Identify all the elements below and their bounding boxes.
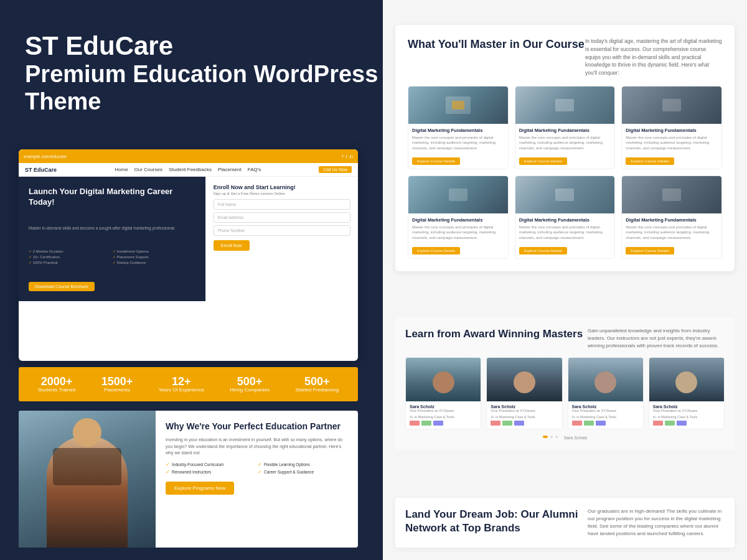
hero-right: Enroll Now and Start Learning! Sign up &…	[205, 177, 358, 301]
browser-mockup: example.com/educare f t in ST EduCare Ho…	[19, 149, 358, 361]
course-btn-1[interactable]: Explore Course Details	[412, 157, 460, 165]
master-info-2: Sara Scholz Vice President at XYZware 4+…	[487, 401, 561, 429]
feat-3: 15+ Certification	[29, 254, 111, 259]
stat-placements-label: Placements	[101, 387, 133, 393]
master-role-4: Vice President at XYZware	[653, 409, 720, 413]
stat-companies-num: 500+	[230, 376, 270, 387]
course-info-5: Digital Marketing Fundamentals Master th…	[515, 213, 615, 258]
enroll-btn[interactable]: Enroll Now	[214, 240, 250, 251]
stat-students: 2000+ Students Trained	[38, 376, 75, 393]
course-text-6: Master the core concepts and principles …	[626, 225, 718, 240]
course-thumb-1	[408, 86, 508, 124]
hero-desc: Master in-demand skills and become a sou…	[29, 225, 195, 231]
stat-students-num: 2000+	[38, 376, 75, 387]
logo-4-other	[677, 421, 687, 426]
nav-call-btn[interactable]: Call Us Now	[319, 166, 352, 173]
master-role-2: Vice President at XYZware	[491, 409, 558, 413]
course-btn-6[interactable]: Explore Course Details	[626, 247, 674, 254]
stat-experience-num: 12+	[159, 376, 204, 387]
course-thumb-6	[622, 176, 721, 213]
alumni-section: Land Your Dream Job: Our Alumni Network …	[395, 498, 735, 548]
masters-title: Learn from Award Winning Masters	[405, 327, 583, 350]
address-text: example.com/educare	[24, 154, 67, 159]
browser-hero: Launch Your Digital Marketing Career Tod…	[19, 177, 358, 301]
course-btn-2[interactable]: Explore Course Details	[519, 157, 567, 165]
carousel-dots: Sara Scholz	[405, 436, 725, 440]
course-name-2: Digital Marketing Fundamentals	[519, 128, 611, 133]
nav-links: Home Our Courses Student Feedbacks Place…	[115, 167, 261, 172]
person-image	[19, 411, 156, 548]
dot-active[interactable]	[543, 436, 548, 438]
logo-4-adobe	[653, 421, 663, 426]
download-btn[interactable]: Download Course Brochure	[29, 282, 95, 291]
thumb-inner-1	[408, 86, 508, 124]
master-photo-2	[487, 358, 561, 401]
master-card-1: Sara Scholz Vice President at XYZware 4+…	[405, 357, 481, 429]
course-btn-4[interactable]: Explore Course Details	[412, 247, 460, 254]
masters-desc: Gain unparalleled knowledge and insights…	[588, 327, 725, 350]
hero-features: 2 Months Duration Installment Options 15…	[29, 249, 195, 264]
master-photo-3	[568, 358, 643, 401]
stat-companies: 500+ Hiring Companies	[230, 376, 270, 393]
stat-students-label: Students Trained	[38, 387, 75, 393]
fullname-field[interactable]: Full Name	[214, 199, 350, 210]
nav-faq[interactable]: FAQ's	[248, 167, 261, 172]
why-title: Why We're Your Perfect Education Partner	[166, 421, 348, 432]
course-info-2: Digital Marketing Fundamentals Master th…	[515, 124, 615, 169]
nav-home[interactable]: Home	[115, 167, 128, 172]
dot-3[interactable]	[555, 436, 558, 438]
feat-4: Placement Support	[113, 254, 195, 259]
course-name-4: Digital Marketing Fundamentals	[412, 217, 504, 223]
course-thumb-4	[408, 176, 508, 213]
course-text-2: Master the core concepts and principles …	[519, 135, 611, 151]
alumni-desc: Our graduates are in high-demand! The sk…	[588, 508, 725, 538]
course-card-2: Digital Marketing Fundamentals Master th…	[515, 86, 616, 169]
form-title: Enroll Now and Start Learning!	[214, 184, 350, 190]
logo-3-other	[596, 421, 606, 426]
why-features: Industry-Focused Curriculum Flexible Lea…	[166, 462, 348, 475]
nav-feedback[interactable]: Student Feedbacks	[169, 167, 212, 172]
course-card-4: Digital Marketing Fundamentals Master th…	[408, 175, 509, 259]
alumni-title: Land Your Dream Job: Our Alumni Network …	[405, 508, 588, 538]
course-info-1: Digital Marketing Fundamentals Master th…	[408, 124, 508, 169]
why-feat-2: Flexible Learning Options	[258, 462, 348, 467]
email-field[interactable]: Email Address	[214, 212, 350, 223]
feat-6: Startup Guidance	[113, 260, 195, 264]
phone-field[interactable]: Phone Number	[214, 225, 350, 236]
master-name-1: Sara Scholz	[410, 404, 477, 409]
course-card-1: Digital Marketing Fundamentals Master th…	[408, 86, 509, 169]
master-info-3: Sara Scholz Vice President at XYZware 4+…	[568, 401, 643, 429]
master-logos-4	[653, 421, 720, 426]
course-btn-5[interactable]: Explore Course Details	[519, 247, 567, 254]
stat-placements: 1500+ Placements	[101, 376, 133, 393]
course-section-desc: In today's digital age, mastering the ar…	[585, 37, 722, 77]
nav-placement[interactable]: Placement	[218, 167, 242, 172]
course-section-header: What You'll Master in Our Course In toda…	[408, 37, 722, 77]
master-name-4: Sara Scholz	[653, 404, 720, 409]
course-btn-3[interactable]: Explore Course Details	[626, 157, 674, 165]
stats-bar: 2000+ Students Trained 1500+ Placements …	[19, 367, 358, 401]
thumb-inner-5	[515, 176, 615, 213]
why-image	[19, 411, 156, 548]
logo-adobe	[410, 421, 420, 426]
masters-grid: Sara Scholz Vice President at XYZware 4+…	[405, 357, 725, 429]
social-icon-2: t	[346, 154, 347, 159]
why-feat-3: Renowned Instructors	[166, 469, 256, 475]
stat-companies-label: Hiring Companies	[230, 387, 270, 393]
left-panel: ST EduCare Premium Education WordPress T…	[0, 0, 380, 560]
main-title: ST EduCare	[25, 31, 380, 61]
why-feat-1: Industry-Focused Curriculum	[166, 462, 256, 467]
dot-label: Sara Scholz	[564, 436, 588, 440]
hero-title-area: ST EduCare Premium Education WordPress T…	[25, 31, 380, 116]
course-thumb-3	[622, 86, 721, 124]
dot-2[interactable]	[550, 436, 553, 438]
explore-btn[interactable]: Explore Programs Now	[166, 482, 234, 495]
nav-courses[interactable]: Our Courses	[134, 167, 162, 172]
thumb-inner-2	[515, 86, 615, 124]
course-thumb-2	[515, 86, 615, 124]
master-card-4: Sara Scholz Vice President at XYZware 4+…	[649, 357, 725, 429]
feat-2: Installment Options	[113, 249, 195, 253]
why-content: Why We're Your Perfect Education Partner…	[156, 411, 358, 548]
master-logos-2	[491, 421, 558, 426]
stat-experience-label: Years Of Experience	[159, 387, 204, 393]
